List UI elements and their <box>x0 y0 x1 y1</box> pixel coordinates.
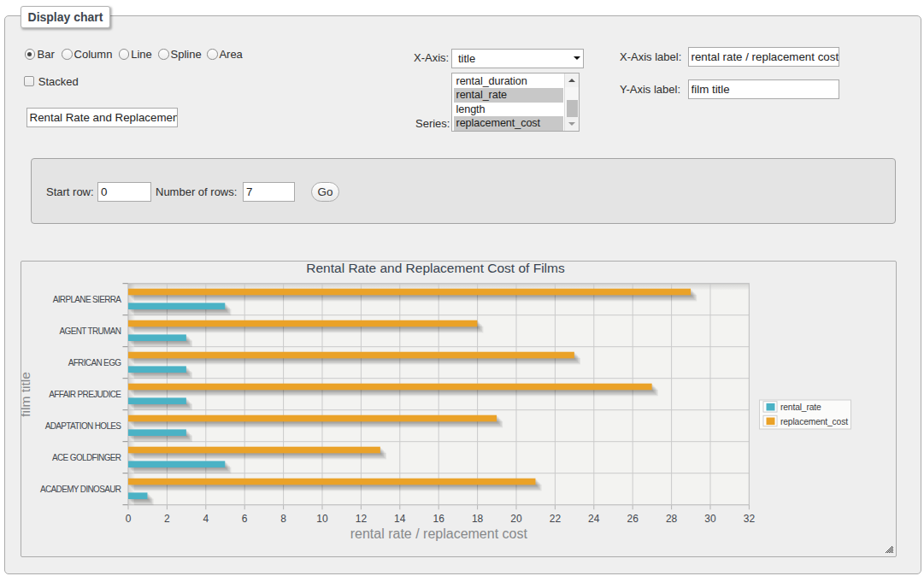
svg-text:16: 16 <box>433 512 445 524</box>
svg-text:26: 26 <box>627 512 639 524</box>
svg-text:AIRPLANE SIERRA: AIRPLANE SIERRA <box>53 294 122 303</box>
svg-text:AGENT TRUMAN: AGENT TRUMAN <box>60 326 121 335</box>
svg-text:14: 14 <box>394 512 406 524</box>
svg-text:32: 32 <box>744 512 756 524</box>
svg-text:ACADEMY DINOSAUR: ACADEMY DINOSAUR <box>40 484 121 493</box>
svg-text:2: 2 <box>164 512 170 524</box>
svg-text:18: 18 <box>472 512 484 524</box>
svg-text:24: 24 <box>588 512 600 524</box>
svg-text:30: 30 <box>704 512 716 524</box>
svg-text:film title: film title <box>21 372 32 417</box>
svg-text:20: 20 <box>510 512 522 524</box>
svg-text:AFRICAN EGG: AFRICAN EGG <box>68 357 122 367</box>
svg-text:replacement_cost: replacement_cost <box>780 416 848 426</box>
svg-text:rental_rate: rental_rate <box>780 403 821 412</box>
svg-text:8: 8 <box>280 512 286 524</box>
svg-text:4: 4 <box>203 512 209 524</box>
svg-text:ADAPTATION HOLES: ADAPTATION HOLES <box>45 420 122 430</box>
svg-text:10: 10 <box>316 512 328 524</box>
svg-text:ACE GOLDFINGER: ACE GOLDFINGER <box>52 452 121 461</box>
svg-text:22: 22 <box>550 512 562 524</box>
svg-text:AFFAIR PREJUDICE: AFFAIR PREJUDICE <box>49 389 121 398</box>
svg-text:rental rate / replacement cost: rental rate / replacement cost <box>350 526 528 541</box>
svg-text:6: 6 <box>242 512 248 524</box>
svg-text:Rental Rate and Replacement Co: Rental Rate and Replacement Cost of Film… <box>306 262 565 275</box>
svg-text:28: 28 <box>666 512 678 524</box>
svg-text:0: 0 <box>126 512 132 524</box>
svg-text:12: 12 <box>356 512 368 524</box>
